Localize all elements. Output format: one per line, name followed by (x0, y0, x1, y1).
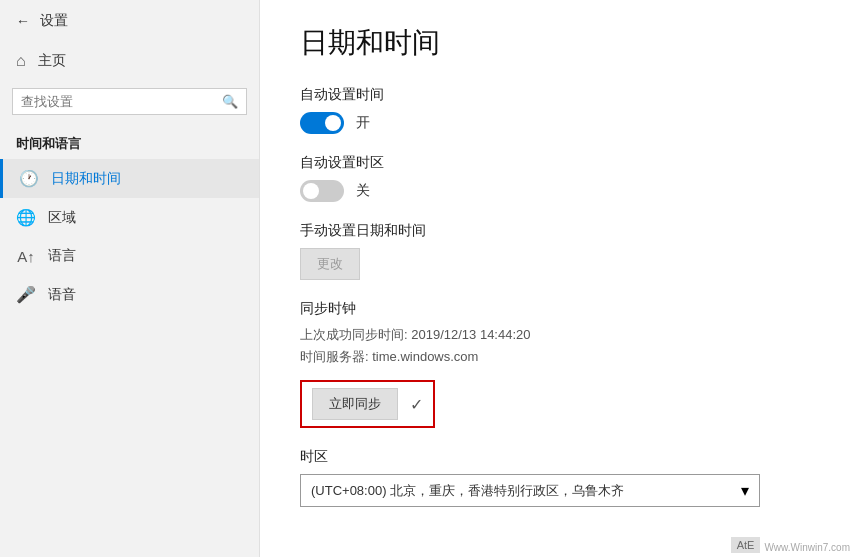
auto-timezone-toggle-text: 关 (356, 182, 370, 200)
sidebar-item-language[interactable]: A↑ 语言 (0, 237, 259, 275)
language-label: 语言 (48, 247, 76, 265)
time-server-info: 时间服务器: time.windows.com (300, 348, 818, 366)
timezone-section: 时区 (UTC+08:00) 北京，重庆，香港特别行政区，乌鲁木齐 ▾ (300, 448, 818, 507)
sidebar: ← 设置 ⌂ 主页 🔍 时间和语言 🕐 日期和时间 🌐 区域 A↑ 语言 🎤 语… (0, 0, 260, 557)
section-label: 时间和语言 (0, 123, 259, 159)
datetime-icon: 🕐 (19, 169, 39, 188)
settings-title: 设置 (40, 12, 68, 30)
auto-timezone-section: 自动设置时区 关 (300, 154, 818, 202)
auto-timezone-toggle[interactable] (300, 180, 344, 202)
checkmark-icon: ✓ (410, 395, 423, 414)
page-title: 日期和时间 (300, 24, 818, 62)
ate-text: AtE (737, 539, 755, 551)
manual-section: 手动设置日期和时间 更改 (300, 222, 818, 280)
auto-time-toggle-row: 开 (300, 112, 818, 134)
sidebar-item-region[interactable]: 🌐 区域 (0, 198, 259, 237)
change-button[interactable]: 更改 (300, 248, 360, 280)
watermark-url: Www.Winwin7.com (764, 542, 850, 553)
auto-time-label: 自动设置时间 (300, 86, 818, 104)
timezone-value: (UTC+08:00) 北京，重庆，香港特别行政区，乌鲁木齐 (311, 482, 624, 500)
sidebar-item-speech[interactable]: 🎤 语音 (0, 275, 259, 314)
region-icon: 🌐 (16, 208, 36, 227)
region-label: 区域 (48, 209, 76, 227)
sync-section: 同步时钟 上次成功同步时间: 2019/12/13 14:44:20 时间服务器… (300, 300, 818, 428)
dropdown-chevron-icon: ▾ (741, 481, 749, 500)
back-button[interactable]: ← (16, 13, 30, 29)
home-label: 主页 (38, 52, 66, 70)
auto-time-section: 自动设置时间 开 (300, 86, 818, 134)
sync-now-row: 立即同步 ✓ (300, 380, 435, 428)
auto-timezone-toggle-row: 关 (300, 180, 818, 202)
language-icon: A↑ (16, 248, 36, 265)
search-box[interactable]: 🔍 (12, 88, 247, 115)
sync-now-button[interactable]: 立即同步 (312, 388, 398, 420)
auto-timezone-label: 自动设置时区 (300, 154, 818, 172)
sync-title: 同步时钟 (300, 300, 818, 318)
watermark-badge: AtE (731, 537, 761, 553)
home-icon: ⌂ (16, 52, 26, 70)
search-icon[interactable]: 🔍 (222, 94, 238, 109)
main-content: 日期和时间 自动设置时间 开 自动设置时区 关 手动设置日期和时间 更改 同步时… (260, 0, 858, 557)
last-sync-info: 上次成功同步时间: 2019/12/13 14:44:20 (300, 326, 818, 344)
auto-time-toggle[interactable] (300, 112, 344, 134)
speech-icon: 🎤 (16, 285, 36, 304)
speech-label: 语音 (48, 286, 76, 304)
auto-time-toggle-text: 开 (356, 114, 370, 132)
home-nav-item[interactable]: ⌂ 主页 (0, 42, 259, 80)
timezone-label: 时区 (300, 448, 818, 466)
manual-label: 手动设置日期和时间 (300, 222, 818, 240)
timezone-dropdown[interactable]: (UTC+08:00) 北京，重庆，香港特别行政区，乌鲁木齐 ▾ (300, 474, 760, 507)
datetime-label: 日期和时间 (51, 170, 121, 188)
sidebar-item-datetime[interactable]: 🕐 日期和时间 (0, 159, 259, 198)
sidebar-header: ← 设置 (0, 0, 259, 42)
search-input[interactable] (21, 94, 216, 109)
